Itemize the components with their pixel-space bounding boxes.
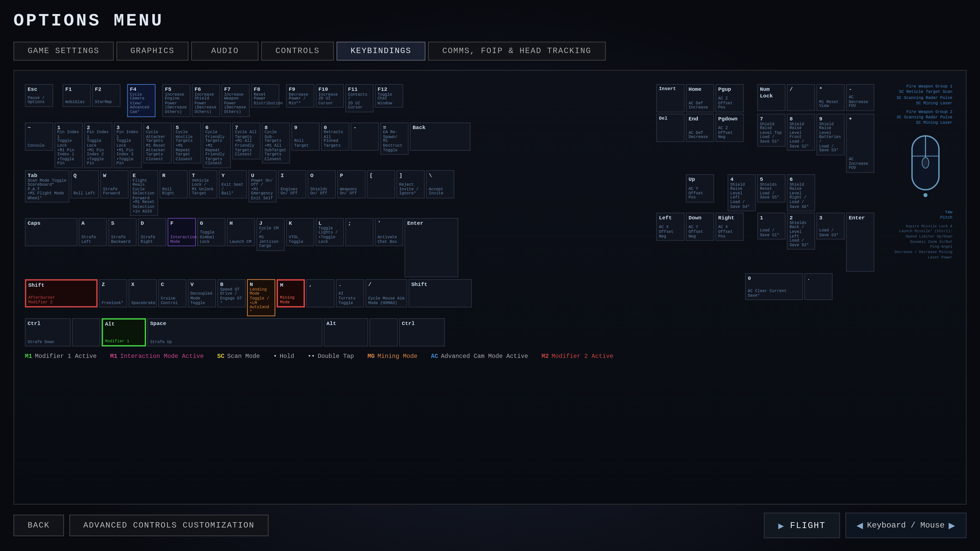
key-v[interactable]: V Decoupled ModeToggle [188,279,216,308]
key-space[interactable]: Space Strafe Up [148,319,323,347]
tab-game-settings[interactable]: GAME SETTINGS [14,42,114,61]
key-w[interactable]: W Strafe Forward [100,170,129,198]
advanced-controls-button[interactable]: ADVANCED CONTROLS CUSTOMIZATION [69,515,269,536]
key-end[interactable]: End AC Def Decrease [686,114,714,142]
key-y[interactable]: Y Exit Seat /Bail* [219,170,247,198]
key-f[interactable]: F InteractionMode [168,218,196,246]
key-fn[interactable] [72,319,100,347]
key-num1[interactable]: 1 Load / Save S1* [757,213,786,240]
key-num5[interactable]: 5 Shields ResetLoad / Save S5* [757,174,786,203]
key-f7[interactable]: F7 IncreaseWeapon Power(DecreaseOthers) [221,84,250,117]
key-alt-left[interactable]: Alt Modifier 1 [102,319,146,347]
key-alt-right[interactable]: Alt [324,319,368,347]
key-bracket-r[interactable]: ] Reject Invite /Ignore* [396,170,425,198]
key-i[interactable]: I Engines On/ Off [278,170,306,198]
key-arrow-right[interactable]: Right AC X Offset Pos [716,213,744,241]
input-next-icon[interactable]: ▶ [948,519,955,532]
tab-comms[interactable]: COMMS, FOIP & HEAD TRACKING [428,42,606,61]
key-num7[interactable]: 7 Shield RaiseLevel TopLoad / Save S1* [757,114,786,146]
key-backspace[interactable]: Back [410,122,470,151]
key-slash[interactable]: / Cycle Mouse Aim Mode (HOMAS) [366,279,407,308]
key-f8[interactable]: F8 Reset PowerDistribution [251,84,280,108]
key-e[interactable]: E Flight RealsCycle SelectionForward•M1 … [130,170,158,216]
key-f9[interactable]: F9 DecreasePower / Min** [286,84,314,108]
key-f2[interactable]: F2 StarMap [92,84,121,107]
key-o[interactable]: O Shields On/ Off [307,170,336,198]
key-f6[interactable]: F6 IncreaseShield Power(DecreaseOthers) [192,84,220,117]
key-num-star[interactable]: * M1 Reset View [816,84,845,111]
key-ctrl-left[interactable]: Ctrl Strafe Down [25,319,71,347]
key-num-minus[interactable]: - AC Decrease FOV [846,84,874,111]
key-num-slash[interactable]: / [787,84,815,111]
key-num3[interactable]: 3 Load / Save S3* [816,213,845,240]
key-comma[interactable]: , [306,279,334,308]
key-semicolon[interactable]: ; [345,218,374,246]
key-l[interactable]: L Toggle Lights /•Toggle Lock [316,218,344,246]
key-f11[interactable]: F11 Contacts /2D UI Cursor [345,84,374,113]
key-t[interactable]: T Vehicle Lock /M1 Unlock Target [189,170,218,198]
tab-audio[interactable]: AUDIO [191,42,259,61]
key-num-plus[interactable]: + AC Increase FOV [846,114,874,173]
key-num-enter[interactable]: Enter [846,213,874,272]
key-k[interactable]: K VTOL Toggle [286,218,314,246]
key-c[interactable]: C Cruise Control [158,279,186,308]
key-f10[interactable]: F10 Increase2D UI Cursor [316,84,344,108]
key-7[interactable]: 7 Cycle AllTargets•M1 All FriendlyTarget… [232,122,261,159]
key-shift-left[interactable]: Shift AfterburnerModifier 2 [25,279,98,308]
key-home[interactable]: Home AC Def Increase [686,84,714,113]
key-tab[interactable]: Tab Scan Mode ToggleScoreboard*P.A.T•M1 … [25,170,69,203]
key-r[interactable]: R Roll Right [159,170,188,198]
key-num-period[interactable]: . [804,273,833,300]
key-g[interactable]: G Toggle GimbalLock [197,218,226,246]
key-pgup[interactable]: Pgup AC Z Offset Pos [716,84,744,113]
key-delete[interactable]: Del [656,114,684,142]
key-x[interactable]: X Spacebrake [129,279,157,308]
key-5[interactable]: 5 Cycle HostileTargets•M1 RepeatTarget C… [173,122,201,164]
key-esc[interactable]: Esc Pause /Options [25,84,53,107]
key-q[interactable]: Q Roll Left [71,170,99,198]
key-u[interactable]: U Power On/ Off /•M1 EmergencyExit Self [248,170,277,203]
tab-controls[interactable]: CONTROLS [261,42,334,61]
key-enter[interactable]: Enter [404,218,458,277]
key-num4[interactable]: 4 Shield RaiseLevel LeftLoad / Save S4* [728,174,756,211]
key-caps[interactable]: Caps [25,218,78,246]
key-h[interactable]: H Launch CM [227,218,255,246]
key-4[interactable]: 4 Cycle AttackerTargetsM1 Reset Attacker… [143,122,172,164]
key-insert[interactable]: Insert [656,84,684,113]
key-minus[interactable]: - [351,122,379,151]
key-arrow-up[interactable]: Up AC Y Offset Pos [686,174,714,203]
key-backslash[interactable]: \ Accept Invite [426,170,454,198]
key-num8[interactable]: 8 Shield RaiseLevel FrontLoad / Save S2* [787,114,815,151]
key-arrow-down[interactable]: Down AC Y Offset Neg [686,213,714,241]
key-3[interactable]: 3 Pin Index 1Toggle Lock•M1 Pin Index 3•… [114,122,142,168]
key-1[interactable]: 1 Pin Index 1Toggle Lock•M1 Pin Index 1•… [55,122,83,168]
key-d[interactable]: D Strafe Right [138,218,166,246]
tab-graphics[interactable]: GRAPHICS [116,42,189,61]
key-equals[interactable]: = EA Re-Spawn/M1 Destruct Toggle [380,122,409,155]
flight-button[interactable]: ▶ FLIGHT [764,513,840,538]
key-z[interactable]: Z Freelook* [99,279,127,308]
key-6[interactable]: 6 Cycle FriendlyTargets•M1 Repeat Friend… [203,122,231,168]
key-shift-right[interactable]: Shift [409,279,472,308]
tab-keybindings[interactable]: KEYBINDINGS [336,42,425,61]
key-0[interactable]: 0 Retracts AllPinned Targets [321,122,349,151]
input-method-selector[interactable]: ◀ Keyboard / Mouse ▶ [845,513,966,538]
key-m[interactable]: M Mining Mode [277,279,305,308]
key-pgdn[interactable]: Pgdown AC Z Offset Neg [716,114,744,142]
key-b[interactable]: B Speed GT Drive /Engage GT * [218,279,246,308]
key-num0[interactable]: 0 AC Clear Current Save* [745,273,803,300]
key-p[interactable]: P Weapons On/ Off [337,170,366,198]
key-f1[interactable]: F1 mobiGlas [62,84,91,107]
key-a[interactable]: A Strafe Left [79,218,107,246]
key-quote[interactable]: ' Activate Chat Box [375,218,403,246]
key-s[interactable]: S Strafe Backward [108,218,137,246]
key-ctrl-right[interactable]: Ctrl [399,319,445,347]
key-num9[interactable]: 9 Shield RaiseLevel Batteries /Load / Sa… [816,114,845,156]
key-j[interactable]: J Cycle CM /M1 Jettison Cargo [256,218,285,251]
key-n[interactable]: N Landing ModeToggle /•LM Autoland * [247,279,275,316]
key-num6[interactable]: 6 Shield RaiseLevel Right /Load / Save S… [787,174,815,211]
key-num2[interactable]: 2 Shields Back /Level LeftLoad / Save S2… [787,213,815,250]
key-backtick[interactable]: ~ Console [25,122,53,151]
key-f12[interactable]: F12 Toggle ChatWindow [375,84,403,108]
key-arrow-left[interactable]: Left AC X Offset Neg [656,213,684,241]
